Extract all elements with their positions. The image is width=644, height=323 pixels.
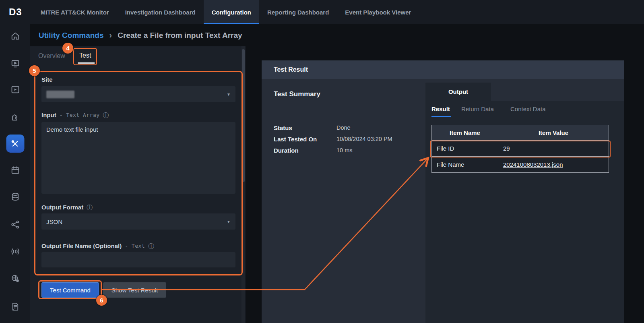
last-tested-label: Last Tested On — [274, 136, 317, 143]
sidebar-item-signal[interactable] — [6, 242, 24, 261]
signal-icon — [10, 246, 20, 257]
file-name-value-cell: 20241008032013.json — [498, 157, 609, 173]
last-tested-value: 10/08/2024 03:20 PM — [336, 136, 392, 142]
app-root: D3 MITRE ATT&CK Monitor Investigation Da… — [0, 0, 644, 323]
output-file-name-label: Output File Name (Optional) — [41, 242, 122, 249]
tab-overview[interactable]: Overview — [38, 52, 65, 60]
info-icon[interactable]: ⓘ — [103, 112, 109, 118]
top-nav: D3 MITRE ATT&CK Monitor Investigation Da… — [0, 0, 644, 24]
test-tab-underline — [78, 62, 95, 64]
chevron-down-icon: ▼ — [227, 219, 231, 224]
output-format-label-row: Output Format ⓘ — [41, 204, 93, 211]
test-result-title: Test Result — [274, 66, 308, 73]
file-id-name-cell: File ID — [432, 141, 498, 157]
subtab-context-data[interactable]: Context Data — [510, 106, 546, 112]
status-label: Status — [274, 124, 292, 131]
output-file-type-hint: - Text — [125, 243, 145, 249]
output-format-label: Output Format — [41, 204, 83, 211]
subtab-result[interactable]: Result — [431, 106, 450, 112]
input-label-row: Input - Text Array ⓘ — [41, 112, 109, 118]
duration-value: 10 ms — [336, 147, 353, 153]
utility-commands-icon — [10, 139, 20, 149]
input-label: Input — [41, 112, 56, 118]
input-type-hint: - Text Array — [60, 112, 100, 118]
show-test-result-button[interactable]: Show Test Result — [103, 282, 166, 298]
database-icon — [10, 192, 20, 202]
tab-test[interactable]: Test — [79, 52, 91, 59]
report-icon — [10, 302, 20, 312]
nav-item-mitre-attack-monitor[interactable]: MITRE ATT&CK Monitor — [33, 0, 117, 24]
result-table: Item Name Item Value File ID 29 File Nam… — [431, 125, 609, 173]
schedule-icon — [10, 165, 20, 175]
file-name-name-cell: File Name — [432, 157, 498, 173]
test-summary-title: Test Summary — [274, 90, 320, 98]
event-monitor-icon — [10, 58, 20, 68]
nav-item-investigation-dashboard[interactable]: Investigation Dashboard — [117, 0, 204, 24]
integrations-icon — [10, 112, 20, 122]
output-format-value: JSON — [46, 218, 62, 225]
info-icon[interactable]: ⓘ — [87, 204, 93, 210]
sidebar-item-schedule[interactable] — [6, 161, 24, 179]
column-header-item-value: Item Value — [498, 125, 609, 141]
breadcrumb-parent-link[interactable]: Utility Commands — [39, 31, 104, 40]
result-subtab-underline — [431, 116, 451, 117]
annotation-badge-4: 4 — [62, 43, 73, 54]
file-id-value-cell: 29 — [498, 141, 609, 157]
table-row: File Name 20241008032013.json — [432, 157, 609, 173]
site-label: Site — [41, 76, 53, 83]
playbook-video-icon — [10, 85, 20, 95]
globe-user-icon — [10, 273, 20, 284]
home-icon — [10, 31, 20, 41]
scrollbar-thumb[interactable] — [242, 49, 245, 182]
subtab-return-data[interactable]: Return Data — [461, 106, 494, 112]
sidebar-item-report[interactable] — [6, 298, 24, 316]
tab-output[interactable]: Output — [425, 83, 491, 101]
sidebar-item-home[interactable] — [6, 27, 24, 45]
sidebar-item-utility-commands[interactable] — [6, 135, 24, 153]
nav-item-configuration[interactable]: Configuration — [204, 0, 259, 24]
breadcrumb: Utility Commands › Create a File from in… — [0, 24, 644, 46]
sidebar-item-database[interactable] — [6, 188, 24, 206]
test-command-button[interactable]: Test Command — [41, 282, 99, 298]
status-value: Done — [336, 124, 351, 131]
site-label-row: Site — [41, 76, 53, 83]
sidebar — [0, 24, 30, 323]
table-header-row: Item Name Item Value — [432, 125, 609, 141]
nav-item-reporting-dashboard[interactable]: Reporting Dashboard — [259, 0, 337, 24]
sidebar-item-integrations[interactable] — [6, 108, 24, 126]
chevron-down-icon: ▼ — [227, 92, 231, 97]
input-textarea[interactable]: Demo text file input — [41, 122, 235, 194]
test-result-header: Test Result — [262, 60, 624, 79]
output-format-select[interactable]: JSON ▼ — [41, 213, 235, 230]
sidebar-item-event-monitor[interactable] — [6, 54, 24, 72]
link-analysis-icon — [10, 219, 20, 230]
output-file-label-row: Output File Name (Optional) - Text ⓘ — [41, 242, 154, 249]
chevron-right-icon: › — [109, 31, 112, 40]
nav-item-event-playbook-viewer[interactable]: Event Playbook Viewer — [337, 0, 419, 24]
duration-label: Duration — [274, 147, 299, 154]
sidebar-item-globe-user[interactable] — [6, 269, 24, 288]
d3-logo[interactable]: D3 — [9, 0, 22, 24]
sidebar-item-link-analysis[interactable] — [6, 215, 24, 234]
sidebar-item-playbook-video[interactable] — [6, 81, 24, 99]
table-row: File ID 29 — [432, 141, 609, 157]
file-name-link[interactable]: 20241008032013.json — [503, 161, 563, 168]
column-header-item-name: Item Name — [432, 125, 498, 141]
page-title: Create a File from input Text Array — [118, 31, 242, 40]
annotation-badge-5: 5 — [29, 65, 40, 76]
info-icon[interactable]: ⓘ — [148, 243, 154, 249]
site-select[interactable]: ▼ — [41, 86, 235, 102]
output-file-name-input[interactable] — [41, 252, 235, 267]
annotation-badge-6: 6 — [96, 295, 107, 306]
site-value-redacted — [46, 91, 74, 98]
